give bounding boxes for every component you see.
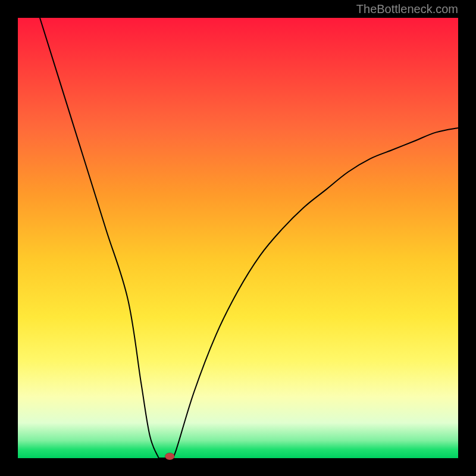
chart-svg bbox=[18, 18, 458, 458]
branding-text: TheBottleneck.com bbox=[356, 2, 458, 16]
optimum-marker bbox=[165, 453, 174, 460]
bottleneck-curve-line bbox=[40, 18, 458, 458]
bottleneck-chart bbox=[18, 18, 458, 458]
